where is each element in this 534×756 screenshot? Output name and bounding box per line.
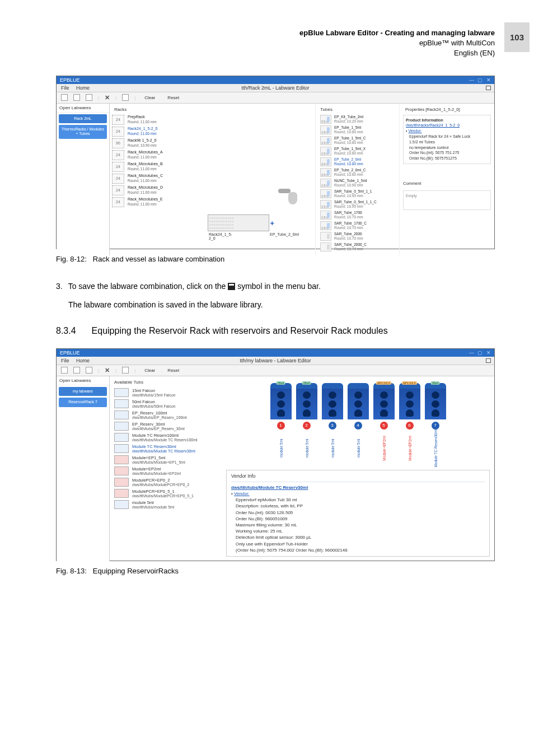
window-controls-icon-b[interactable]: — ▢ ✕ [469,350,492,356]
rack-list-item[interactable]: 24 Rack_Microtubes_A Round; 11.00 mm [112,150,203,160]
reservoir-module[interactable]: 4 module 5ml [348,383,369,463]
sidebar-item-mylabware[interactable]: my labware [59,387,107,396]
tube-list-item[interactable]: 1.5 ml SAR_Tube_1700_C Round; 10.70 mm [320,221,395,230]
tub-list-item[interactable]: ModulePCR+EP0_2 dws/tth/tubs/ModulePCR+E… [114,478,217,487]
tub-list-item[interactable]: Module+EP2ml dws/tth/tubs/Module+EP2ml [114,466,217,475]
tub-name: Module TC Reserv100ml [132,433,198,438]
reload-icon-b[interactable] [86,367,92,374]
tub-list-item[interactable]: ModulePCR+EP0_5_1 dws/tth/tubs/ModulePCR… [114,489,217,498]
menu-home[interactable]: Home [76,85,90,91]
reservoir-module[interactable]: EP1.5/2.0 6 Module+EP2ml [399,383,420,463]
vendor-bullet[interactable]: Vendor: [408,129,421,133]
vendor-link[interactable]: dws/tth/tubs/Module TC Reserv30ml [231,484,485,491]
tub-list-item[interactable]: 15ml Falcon dws/tth/tubs/15ml Falcon [114,388,217,397]
props-link[interactable]: dws/tth/racks/Rack24_1_5-2_0 [406,123,488,128]
rack-list-item[interactable]: 24 Rack_Microtubes_D Round; 11.00 mm [112,185,203,195]
tube-list-item[interactable]: SAR_Tube_2000 Round; 10.70 mm [320,232,395,241]
rack-list-item[interactable]: 24 Rack24_1_5-2_0 Round; 11.00 mm [112,127,203,137]
delete-icon-b[interactable]: ✕ [105,367,110,374]
figB-caption-text: Equipping ReservoirRacks [93,567,179,575]
rack-list-item[interactable]: 24 Rack_Microtubes_C Round; 11.00 mm [112,174,203,184]
tub-list-item[interactable]: module 5ml dws/tth/tubs/module 5ml [114,500,217,509]
save-icon-b[interactable] [61,367,68,374]
rack-name: Rack_Microtubes_A [128,150,163,155]
module-label: module 5ml [279,439,283,458]
search-icon[interactable] [122,94,129,101]
tube-list-item[interactable]: SAR_Tube_2000_C Round; 10.70 mm [320,242,395,251]
vendor-bullet-b[interactable]: Vendor: [234,491,250,496]
rack-thumb-icon: 24 [112,162,124,172]
rack-list-item[interactable]: 24 PrepRack Round; 11.00 mm [112,115,203,125]
rack-list-item[interactable]: 24 Rack_Microtubes_B Round; 11.00 mm [112,162,203,172]
reset-button[interactable]: Reset [164,95,182,101]
step3-sub: The labware combination is saved in the … [68,300,495,309]
restore-icon[interactable] [486,86,491,90]
reservoir-module[interactable]: 3 module 5ml [322,383,343,463]
clear-button-b[interactable]: Clear [141,367,158,374]
restore-icon-b[interactable] [486,358,491,363]
reset-button-b[interactable]: Reset [164,367,182,374]
tube-list-item[interactable]: 2.0 ml EP_Tube_2_0ml Round; 10.80 mm [320,157,395,166]
menu-file-b[interactable]: File [61,358,69,363]
tub-list-item[interactable]: EP_Reserv_30ml dws/tth/tubs/EP_Reserv_30… [114,422,217,431]
tub-list-item[interactable]: EP_Reserv_100ml dws/tth/tubs/EP_Reserv_1… [114,410,217,419]
tub-list-item[interactable]: Module TC Reserv30ml dws/tth/tubs/Module… [114,444,217,453]
menu-file[interactable]: File [61,85,69,91]
vendor-l4: Order No.(BI): 960051009 [236,516,485,522]
tube-list-item[interactable]: 1.5 ml EP_Tube_1_5ml_X Round; 10.80 mm [320,147,395,156]
comment-label: Comment [403,181,491,186]
save-as-icon-b[interactable] [73,367,80,374]
reservoir-module[interactable]: EP1.5/2.0 5 Module+EP2ml [373,383,395,463]
tube-list-item[interactable]: 1.5 ml EP_Tube_1_5ml Round; 10.80 mm [320,125,395,134]
tub-list-item[interactable]: 50ml Falcon dws/tth/tubs/50ml Falcon [114,399,217,408]
tube-list-item[interactable]: 1.5 ml SAR_Tube_1700 Round; 10.70 mm [320,211,395,220]
tube-dim: Round; 10.80 mm [334,172,366,177]
rack-name: Rack_Microtubes_D [128,185,163,190]
rack-list-item[interactable]: 24 Rack_Microtubes_E Round; 11.00 mm [112,197,203,207]
rack-thumb-icon: 96 [112,138,124,148]
tub-thumb-icon [114,500,129,509]
window-controls-icon[interactable]: — ▢ ✕ [469,77,492,83]
figA-caption-prefix: Fig. 8-12: [56,255,87,263]
rack-sub: Round; 11.00 mm [128,132,157,136]
tube-list-item[interactable]: 2.0 ml EP_Tube_2_0ml_C Round; 10.80 mm [320,168,395,177]
tub-list-item[interactable]: Module+EP1_5ml dws/tth/tubs/Module+EP1_5… [114,455,217,464]
figB-caption-prefix: Fig. 8-13: [56,567,87,575]
rack-list-item[interactable]: 96 Rack96 1_5-2_0 Round; 10.90 mm [112,138,203,148]
tub-thumb-icon [114,388,129,397]
module-number: 2 [303,422,311,430]
menu-home-b[interactable]: Home [76,358,90,363]
sidebar-item-thermoracks[interactable]: ThermoRacks / Modules + Tubes [59,125,107,139]
search-icon-b[interactable] [122,367,129,374]
tub-list-item[interactable]: Module TC Reserv100ml dws/tth/tubs/Modul… [114,433,217,442]
tube-thumb-icon: 1.5 ml [320,147,331,156]
delete-icon[interactable]: ✕ [105,94,110,101]
rack-name: Rack24_1_5-2_0 [128,127,157,131]
page-header-title: epBlue Labware Editor - Creating and man… [56,28,495,38]
tub-path: dws/tth/tubs/ModulePCR+EP0_5_1 [132,494,194,498]
clear-button[interactable]: Clear [141,95,158,101]
tube-list-item[interactable]: 0.5 ml EP_Kit_Tube_2ml Round; 10.20 mm [320,115,395,124]
rack-sub: Round; 11.00 mm [128,155,163,160]
save-icon[interactable] [61,94,68,101]
vendor-l3: Order No.(int): 0030 126.505 [236,510,485,516]
save-as-icon[interactable] [73,94,80,101]
tube-list-item[interactable]: 1.5 ml EP_Tube_1_5ml_C Round; 10.80 mm [320,136,395,145]
tube-list-item[interactable]: 1.5 ml NUNC_Tube_1_5ml Round; 10.90 mm [320,179,395,188]
tube-list-item[interactable]: 1.5 ml SAR_Tube_0_5ml_1_1_C Round; 10.95… [320,200,395,209]
reservoir-module[interactable]: 25ml 1 module 5ml [270,383,292,463]
tube-name: EP_Tube_1_5ml_X [334,147,366,151]
reservoir-module[interactable]: 25ml 2 module 5ml [296,383,317,463]
reload-icon[interactable] [86,94,92,101]
tube-name: EP_Kit_Tube_2ml [334,115,363,119]
racks-header: Racks [112,106,203,113]
sidebar-item-reservoirrack7[interactable]: ReservoirRack 7 [59,398,107,407]
sidebar-item-rack2ml[interactable]: Rack 2mL [59,114,107,123]
tube-thumb-icon: 2.0 ml [320,168,331,177]
reservoir-module[interactable]: 30ml 7 Module TC Reserv30ml [425,383,446,463]
tube-list-item[interactable]: 1.5 ml SAR_Tube_0_5ml_1_1 Round; 10.95 m… [320,189,395,198]
props-title: Product Information [406,118,488,123]
tub-path: dws/tth/tubs/Module+EP1_5ml [132,460,185,464]
tube-dim: Round; 10.80 mm [334,141,366,145]
app-title-a: EPBLUE [60,77,80,83]
